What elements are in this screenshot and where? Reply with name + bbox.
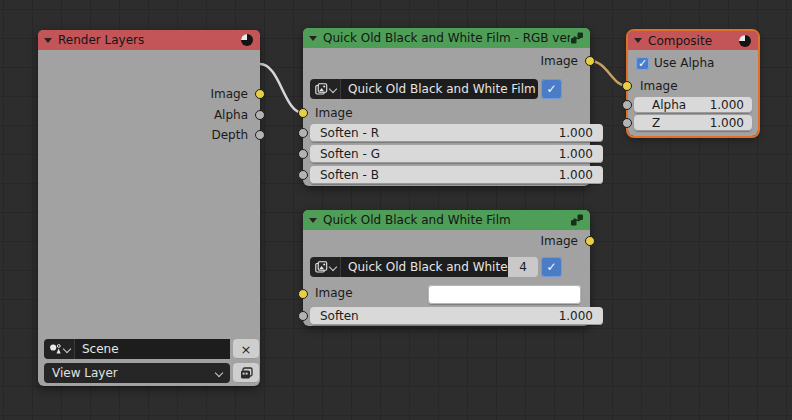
image-color-swatch[interactable] bbox=[428, 285, 581, 304]
slider-z[interactable]: Z 1.000 bbox=[634, 115, 752, 131]
socket-output-alpha[interactable] bbox=[255, 110, 265, 120]
slider-label: Soften - B bbox=[320, 168, 379, 182]
scene-icon bbox=[49, 343, 62, 355]
slider-value: 1.000 bbox=[710, 116, 744, 130]
node-header[interactable]: Render Layers bbox=[38, 30, 260, 50]
node-header[interactable]: Composite bbox=[628, 31, 758, 50]
output-label-alpha: Alpha bbox=[214, 106, 248, 124]
scene-name-field[interactable]: Scene bbox=[74, 339, 230, 359]
scene-icon-dropdown[interactable] bbox=[44, 339, 74, 359]
fake-user-shield-button[interactable]: ✓ bbox=[541, 257, 562, 277]
slider-soften[interactable]: Soften 1.000 bbox=[310, 307, 603, 325]
view-layer-dropdown[interactable]: View Layer bbox=[44, 363, 230, 383]
slider-value: 1.000 bbox=[559, 147, 593, 161]
input-label-image: Image bbox=[315, 284, 353, 302]
new-view-layer-button[interactable] bbox=[233, 363, 259, 383]
image-stack-icon bbox=[315, 261, 328, 273]
socket-input-alpha[interactable] bbox=[622, 100, 632, 110]
socket-output-image[interactable] bbox=[585, 236, 595, 246]
group-name-field[interactable]: Quick Old Black and White Film - RGB v..… bbox=[340, 79, 538, 99]
slider-label: Soften bbox=[320, 309, 359, 323]
socket-input-soften-g[interactable] bbox=[298, 149, 308, 159]
slider-value: 1.000 bbox=[559, 168, 593, 182]
render-layers-icon bbox=[240, 367, 253, 380]
group-name-field[interactable]: Quick Old Black and White Film bbox=[340, 257, 508, 277]
use-alpha-row[interactable]: ✓ Use Alpha bbox=[636, 56, 714, 70]
socket-input-soften-r[interactable] bbox=[298, 128, 308, 138]
input-label-image: Image bbox=[640, 77, 678, 95]
collapse-triangle-icon[interactable] bbox=[634, 38, 642, 43]
input-label-image: Image bbox=[315, 104, 353, 122]
socket-input-image[interactable] bbox=[298, 108, 308, 118]
node-composite[interactable]: Composite ✓ Use Alpha Image Alpha 1.000 … bbox=[628, 31, 758, 136]
slider-soften-g[interactable]: Soften - G 1.000 bbox=[310, 145, 603, 163]
group-datablock-selector[interactable]: Quick Old Black and White Film - RGB v..… bbox=[310, 79, 562, 99]
node-header[interactable]: Quick Old Black and White Film - RGB ver… bbox=[303, 28, 590, 48]
image-stack-icon bbox=[315, 83, 328, 95]
slider-label: Soften - R bbox=[320, 126, 379, 140]
nodetree-icon-dropdown[interactable] bbox=[310, 257, 340, 277]
node-group-bw-film[interactable]: Quick Old Black and White Film Image Qui… bbox=[303, 210, 590, 326]
node-title: Quick Old Black and White Film - RGB ver… bbox=[323, 31, 570, 45]
chevron-down-icon bbox=[329, 264, 336, 271]
socket-input-image[interactable] bbox=[298, 289, 308, 299]
use-alpha-checkbox[interactable]: ✓ bbox=[636, 57, 649, 70]
slider-label: Soften - G bbox=[320, 147, 380, 161]
scene-selector[interactable]: Scene bbox=[44, 339, 230, 359]
output-label-image: Image bbox=[210, 85, 248, 103]
node-title: Quick Old Black and White Film bbox=[323, 213, 511, 227]
scene-clear-button[interactable]: × bbox=[233, 339, 259, 359]
chevron-down-icon bbox=[215, 370, 222, 377]
wire-renderlayers-to-rgbgroup bbox=[260, 64, 303, 113]
slider-value: 1.000 bbox=[710, 98, 744, 112]
use-alpha-label: Use Alpha bbox=[654, 56, 714, 70]
socket-output-image[interactable] bbox=[255, 89, 265, 99]
slider-soften-r[interactable]: Soften - R 1.000 bbox=[310, 124, 603, 142]
slider-soften-b[interactable]: Soften - B 1.000 bbox=[310, 166, 603, 184]
user-count-button[interactable]: 4 bbox=[508, 257, 538, 277]
node-group-icon bbox=[570, 213, 584, 227]
output-label-depth: Depth bbox=[211, 126, 248, 144]
socket-input-z[interactable] bbox=[622, 118, 632, 128]
collapse-triangle-icon[interactable] bbox=[309, 36, 317, 41]
nodetree-icon-dropdown[interactable] bbox=[310, 79, 340, 99]
socket-output-image[interactable] bbox=[585, 56, 595, 66]
node-title: Composite bbox=[648, 34, 712, 48]
socket-input-soften-b[interactable] bbox=[298, 170, 308, 180]
slider-label: Z bbox=[652, 116, 660, 130]
view-layer-value: View Layer bbox=[52, 366, 118, 380]
socket-input-soften[interactable] bbox=[298, 311, 308, 321]
output-label-image: Image bbox=[540, 232, 578, 250]
node-group-rgb-version[interactable]: Quick Old Black and White Film - RGB ver… bbox=[303, 28, 590, 186]
slider-value: 1.000 bbox=[559, 309, 593, 323]
output-label-image: Image bbox=[540, 52, 578, 70]
slider-alpha[interactable]: Alpha 1.000 bbox=[634, 97, 752, 113]
node-header[interactable]: Quick Old Black and White Film bbox=[303, 210, 590, 230]
chevron-down-icon bbox=[329, 86, 336, 93]
group-datablock-selector[interactable]: Quick Old Black and White Film 4 ✓ bbox=[310, 257, 562, 277]
node-render-layers[interactable]: Render Layers Image Alpha Depth Scene × … bbox=[38, 30, 260, 386]
slider-label: Alpha bbox=[652, 98, 686, 112]
collapse-triangle-icon[interactable] bbox=[309, 218, 317, 223]
chevron-down-icon bbox=[63, 346, 70, 353]
node-title: Render Layers bbox=[58, 33, 144, 47]
socket-input-image[interactable] bbox=[622, 81, 632, 91]
node-group-icon bbox=[570, 31, 584, 45]
socket-output-depth[interactable] bbox=[255, 130, 265, 140]
collapse-triangle-icon[interactable] bbox=[44, 38, 52, 43]
render-sphere-icon bbox=[738, 34, 752, 48]
render-sphere-icon bbox=[240, 33, 254, 47]
fake-user-shield-button[interactable]: ✓ bbox=[541, 79, 562, 99]
slider-value: 1.000 bbox=[559, 126, 593, 140]
